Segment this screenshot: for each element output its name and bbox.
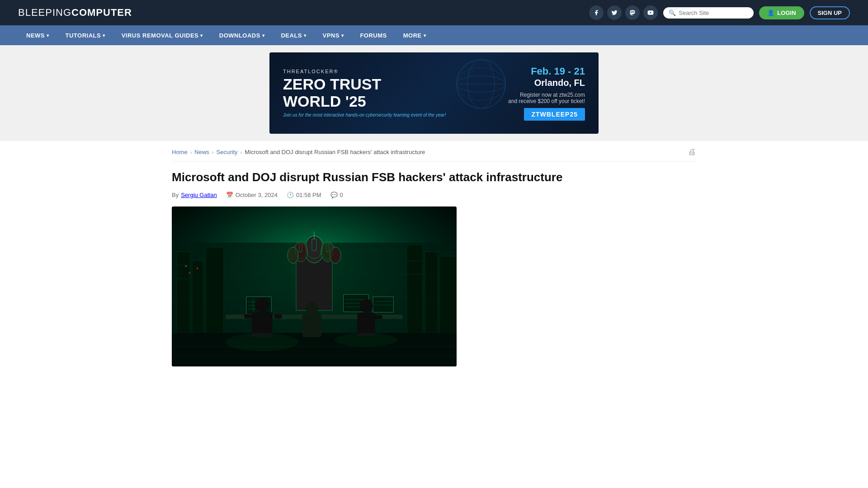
svg-point-27 — [288, 247, 298, 263]
chevron-down-icon: ▾ — [200, 33, 203, 38]
svg-rect-63 — [357, 313, 375, 336]
search-bar: 🔍 — [663, 7, 754, 19]
ad-subtitle: Join us for the most interactive hands-o… — [283, 113, 499, 117]
chevron-down-icon: ▾ — [304, 33, 307, 38]
article-date: 📅 October 3, 2024 — [226, 192, 278, 198]
svg-rect-61 — [302, 314, 321, 337]
header-right: 🔍 👤 LOGIN SIGN UP — [589, 5, 850, 20]
comment-icon: 💬 — [330, 192, 338, 198]
ad-register: Register now at ztw25.com and receive $2… — [508, 92, 585, 104]
nav-deals[interactable]: DEALS ▾ — [273, 25, 314, 45]
chevron-down-icon: ▾ — [341, 33, 344, 38]
svg-rect-29 — [326, 244, 329, 252]
breadcrumb: Home › News › Security › Microsoft and D… — [172, 141, 696, 162]
chevron-down-icon: ▾ — [424, 33, 426, 38]
date-value: October 3, 2024 — [236, 192, 278, 198]
svg-point-30 — [330, 247, 341, 263]
breadcrumb-security[interactable]: Security — [217, 149, 238, 155]
search-icon: 🔍 — [669, 9, 676, 16]
user-icon: 👤 — [767, 9, 774, 16]
nav-forums-label: FORUMS — [360, 32, 387, 39]
svg-rect-11 — [206, 247, 224, 342]
author-link[interactable]: Sergiu Gatlan — [181, 192, 217, 198]
article-title: Microsoft and DOJ disrupt Russian FSB ha… — [172, 170, 696, 185]
svg-point-62 — [359, 299, 373, 313]
nav-news[interactable]: NEWS ▾ — [18, 25, 57, 45]
ad-location: Orlando, FL — [508, 78, 585, 88]
ad-promo-code: ZTWBLEEP25 — [524, 108, 585, 121]
svg-rect-21 — [312, 239, 316, 250]
nav-virus-removal[interactable]: VIRUS REMOVAL GUIDES ▾ — [113, 25, 211, 45]
article-hero-image — [172, 206, 457, 366]
clock-icon: 🕐 — [287, 192, 294, 198]
svg-rect-68 — [185, 265, 187, 267]
svg-rect-13 — [425, 252, 438, 347]
svg-point-56 — [255, 298, 269, 312]
site-logo[interactable]: BLEEPINGCOMPUTER — [18, 7, 132, 19]
breadcrumb-home[interactable]: Home — [172, 149, 188, 155]
breadcrumb-left: Home › News › Security › Microsoft and D… — [172, 149, 425, 155]
calendar-icon: 📅 — [226, 192, 233, 198]
svg-rect-34 — [172, 333, 457, 366]
nav-vpns[interactable]: VPNS ▾ — [315, 25, 352, 45]
chevron-down-icon: ▾ — [103, 33, 105, 38]
svg-rect-70 — [197, 267, 198, 269]
svg-rect-10 — [192, 261, 203, 342]
ad-brand: THREATLOCKER® — [283, 69, 499, 74]
advertisement-banner: THREATLOCKER® ZERO TRUST WORLD '25 Join … — [0, 45, 868, 141]
content-wrapper: Home › News › Security › Microsoft and D… — [163, 141, 705, 366]
time-value: 01:58 PM — [296, 192, 321, 198]
nav-forums[interactable]: FORUMS — [352, 25, 395, 45]
article-image-svg — [172, 206, 457, 366]
ad-discount: and receive $200 off your ticket! — [508, 98, 585, 104]
svg-rect-12 — [407, 245, 423, 344]
svg-rect-58 — [244, 314, 253, 319]
ad-register-text: Register now at ztw25.com — [520, 92, 585, 98]
twitter-icon[interactable] — [607, 5, 622, 20]
svg-rect-64 — [374, 315, 382, 319]
nav-tutorials[interactable]: TUTORIALS ▾ — [57, 25, 113, 45]
comments-count: 0 — [340, 192, 343, 198]
svg-rect-26 — [299, 244, 302, 252]
youtube-icon[interactable] — [643, 5, 658, 20]
print-icon[interactable]: 🖨 — [688, 147, 696, 157]
nav-deals-label: DEALS — [281, 32, 302, 39]
nav-tutorials-label: TUTORIALS — [66, 32, 101, 39]
svg-point-60 — [306, 302, 318, 314]
login-label: LOGIN — [777, 9, 796, 16]
article-comments[interactable]: 💬 0 — [330, 192, 343, 198]
mastodon-icon[interactable] — [625, 5, 640, 20]
breadcrumb-news[interactable]: News — [194, 149, 209, 155]
site-header: BLEEPINGCOMPUTER 🔍 👤 LOGIN SIGN UP — [0, 0, 868, 25]
main-nav: NEWS ▾ TUTORIALS ▾ VIRUS REMOVAL GUIDES … — [0, 25, 868, 45]
by-label: By — [172, 192, 179, 198]
svg-rect-69 — [189, 272, 190, 274]
svg-point-67 — [335, 333, 398, 347]
breadcrumb-sep-1: › — [190, 150, 192, 155]
article-meta: By Sergiu Gatlan 📅 October 3, 2024 🕐 01:… — [172, 192, 696, 198]
login-button[interactable]: 👤 LOGIN — [759, 6, 804, 19]
ad-content[interactable]: THREATLOCKER® ZERO TRUST WORLD '25 Join … — [269, 52, 599, 134]
chevron-down-icon: ▾ — [47, 33, 49, 38]
ad-title-line1: ZERO TRUST — [283, 75, 381, 93]
svg-rect-53 — [374, 298, 392, 311]
logo-regular: BLEEPING — [18, 7, 71, 18]
facebook-icon[interactable] — [589, 5, 604, 20]
signup-button[interactable]: SIGN UP — [810, 6, 850, 19]
nav-news-label: NEWS — [26, 32, 45, 39]
svg-rect-59 — [274, 314, 282, 319]
ad-title-line2: WORLD '25 — [283, 93, 366, 110]
nav-downloads[interactable]: DOWNLOADS ▾ — [211, 25, 273, 45]
nav-more-label: MORE — [403, 32, 422, 39]
nav-virus-label: VIRUS REMOVAL GUIDES — [122, 32, 199, 39]
search-input[interactable] — [679, 9, 748, 16]
ad-right-content: Feb. 19 - 21 Orlando, FL Register now at… — [508, 66, 585, 120]
article-author: By Sergiu Gatlan — [172, 192, 217, 198]
nav-downloads-label: DOWNLOADS — [219, 32, 260, 39]
nav-vpns-label: VPNS — [323, 32, 340, 39]
social-icons — [589, 5, 658, 20]
nav-more[interactable]: MORE ▾ — [395, 25, 434, 45]
article-time: 🕐 01:58 PM — [287, 192, 321, 198]
ad-dates: Feb. 19 - 21 — [508, 66, 585, 77]
chevron-down-icon: ▾ — [262, 33, 265, 38]
